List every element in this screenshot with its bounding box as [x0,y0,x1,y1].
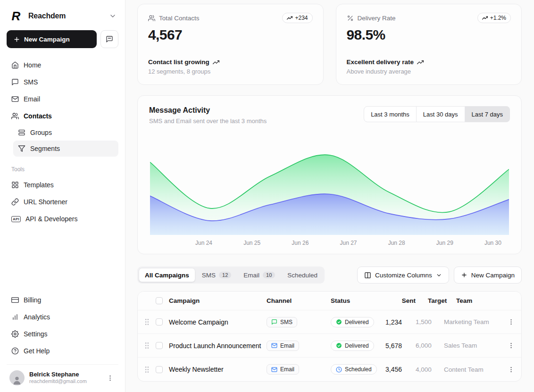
row-checkbox[interactable] [156,342,163,349]
tab-scheduled[interactable]: Scheduled [282,268,323,282]
grid-icon [11,181,19,189]
footnote-text: Contact list growing [148,58,209,66]
total-contacts-card: Total Contacts +234 4,567 Contact list g… [137,4,324,85]
new-campaign-button[interactable]: New Campaign [7,30,97,48]
sidebar-item-label: Settings [24,330,48,338]
chat-bubble-icon [11,78,19,86]
delivery-rate-card: Delivery Rate +1.2% 98.5% Excellent deli… [336,4,522,85]
chevron-down-icon [436,272,442,278]
sidebar-item-label: Home [24,61,41,69]
sidebar-item-settings[interactable]: Settings [7,325,118,342]
row-menu-button[interactable] [505,316,517,328]
sidebar-item-get-help[interactable]: Get Help [7,342,118,359]
campaign-tabs: All Campaigns SMS 12 Email 10 Scheduled [137,267,325,284]
select-all-checkbox[interactable] [156,297,163,304]
row-menu-button[interactable] [505,363,517,376]
sidebar-item-groups[interactable]: Groups [13,125,118,141]
campaign-name[interactable]: Product Launch Announcement [169,342,267,350]
channel-badge: Email [267,341,299,351]
user-name: Belrick Stephane [29,371,100,378]
mail-icon [11,95,19,103]
row-menu-button[interactable] [505,339,517,352]
campaign-name[interactable]: Welcome Campaign [169,318,267,326]
column-header-team[interactable]: Team [444,297,501,304]
new-campaign-label: New Campaign [471,272,515,279]
column-header-status[interactable]: Status [331,297,385,304]
new-campaign-table-button[interactable]: New Campaign [454,267,522,284]
target-value: 4,000 [416,366,444,373]
tab-email[interactable]: Email 10 [238,268,281,282]
campaigns-table: Campaign Channel Status Sent Target Team… [137,291,522,382]
status-badge: +234 [282,13,312,23]
sms-chat-icon [271,319,277,325]
row-checkbox[interactable] [156,366,163,373]
customize-columns-button[interactable]: Customize Columns [357,267,449,284]
column-header-sent[interactable]: Sent [385,297,416,304]
channel-label: SMS [280,319,292,325]
sidebar-item-segments[interactable]: Segments [13,141,118,157]
sidebar-item-label: SMS [24,78,38,86]
sidebar-item-label: Templates [24,181,54,189]
column-header-channel[interactable]: Channel [267,297,331,304]
sidebar-nav: Home SMS Email Contacts Groups Segments … [7,57,118,227]
drag-handle[interactable] [138,366,156,373]
sidebar-item-home[interactable]: Home [7,57,118,74]
team-value: Sales Team [444,342,501,349]
sidebar-item-api-developers[interactable]: API API & Developers [7,210,118,227]
chevron-down-icon[interactable] [109,12,117,20]
tools-section-label: Tools [11,166,114,173]
range-last-30-days[interactable]: Last 30 days [417,106,465,122]
channel-badge: SMS [267,317,297,327]
column-header-target[interactable]: Target [416,297,444,304]
message-activity-card: Message Activity SMS and Email sent over… [137,95,522,254]
drag-handle[interactable] [138,342,156,349]
tab-count-badge: 10 [263,272,275,278]
sidebar-item-label: URL Shortener [24,198,67,206]
sidebar-item-sms[interactable]: SMS [7,74,118,91]
table-header-row: Campaign Channel Status Sent Target Team [138,292,521,310]
drag-handle[interactable] [138,318,156,325]
plus-icon [13,36,20,43]
sidebar-item-billing[interactable]: Billing [7,292,118,309]
tab-label: Scheduled [287,272,317,279]
column-header-campaign[interactable]: Campaign [169,297,267,304]
row-checkbox[interactable] [156,318,163,325]
sidebar-item-contacts[interactable]: Contacts [7,108,118,125]
brand-name: Reachdem [28,12,104,20]
link-icon [11,198,19,206]
footnote-text: Excellent delivery rate [347,58,414,66]
clock-icon [336,367,342,373]
chart-title: Message Activity [149,106,267,115]
brand-row[interactable]: R Reachdem [7,7,118,30]
sidebar: R Reachdem New Campaign Home SMS Email [0,0,125,392]
x-axis-labels: Jun 24 Jun 25 Jun 26 Jun 27 Jun 28 Jun 2… [150,240,509,246]
sidebar-item-email[interactable]: Email [7,91,118,108]
sidebar-item-label: Analytics [24,313,50,321]
profile-menu-button[interactable] [105,373,116,384]
sidebar-item-label: Email [24,95,40,103]
team-value: Marketing Team [444,318,501,325]
sidebar-item-label: API & Developers [25,215,78,223]
sidebar-item-label: Billing [24,296,41,304]
chart-subtitle: SMS and Email sent over the last 3 month… [149,117,267,125]
email-envelope-icon [271,342,277,349]
avatar [9,370,25,385]
feedback-button[interactable] [100,30,118,48]
area-chart-svg [150,141,509,235]
status-badge: +1.2% [477,13,511,23]
range-last-7-days[interactable]: Last 7 days [465,106,510,122]
tab-all-campaigns[interactable]: All Campaigns [139,268,195,282]
sidebar-item-templates[interactable]: Templates [7,176,118,193]
user-profile[interactable]: Belrick Stephane reachdemltd@gmail.com [7,364,118,386]
tab-count-badge: 12 [219,272,231,278]
stat-label: Delivery Rate [358,15,396,22]
sidebar-item-analytics[interactable]: Analytics [7,309,118,325]
check-circle-icon [336,342,342,349]
tab-sms[interactable]: SMS 12 [196,268,237,282]
range-last-3-months[interactable]: Last 3 months [364,106,417,122]
home-icon [11,61,19,69]
badge-value: +234 [295,15,308,21]
trend-up-icon [482,15,488,21]
sidebar-item-url-shortener[interactable]: URL Shortener [7,193,118,210]
campaign-name[interactable]: Weekly Newsletter [169,366,267,373]
